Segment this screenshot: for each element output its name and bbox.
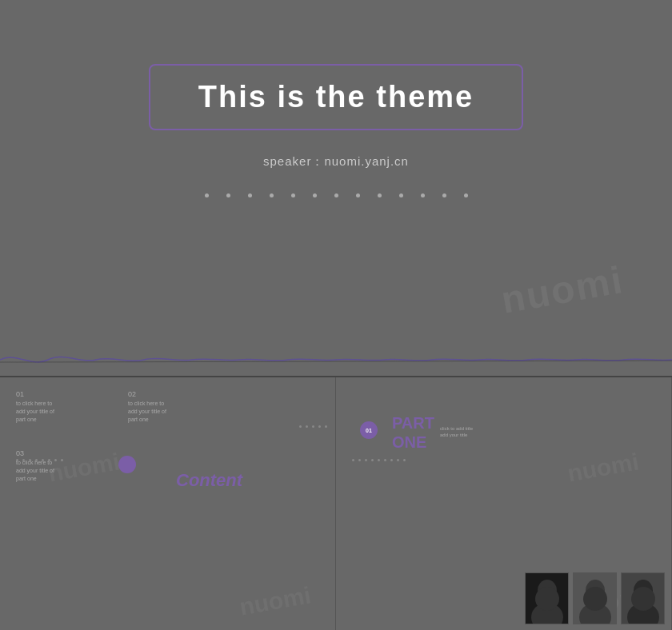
dot-2: [226, 193, 230, 197]
thumb1-dots-row2: [299, 425, 327, 428]
dot-9: [378, 193, 382, 197]
svg-point-7: [634, 580, 653, 602]
dot-3: [248, 193, 252, 197]
bottom-photos: [525, 572, 671, 630]
item2-number: 02: [128, 390, 136, 398]
thumbnails-row: 01 to click here toadd your title ofpart…: [0, 376, 672, 504]
svg-point-4: [586, 580, 605, 602]
dot-4: [270, 193, 274, 197]
item1-number: 01: [16, 390, 24, 398]
bottom-watermark-1: nuomi: [238, 581, 314, 620]
theme-title-box: This is the theme: [149, 64, 523, 130]
dot-5: [291, 193, 295, 197]
dots-row: [205, 193, 468, 197]
bottom-row: nuomi nuomi: [0, 504, 672, 630]
speaker-text: speaker：nuomi.yanj.cn: [263, 154, 409, 169]
thumb2-watermark: nuomi: [566, 448, 642, 487]
thumb-content-slide[interactable]: 01 to click here toadd your title ofpart…: [0, 377, 336, 505]
theme-title: This is the theme: [198, 80, 474, 114]
thumb-part-one-slide[interactable]: 01 PARTONE click to add titleadd your ti…: [336, 377, 672, 505]
photo-2: [573, 572, 617, 624]
thumb1-content: 01 to click here toadd your title ofpart…: [0, 377, 335, 505]
watermark-main: nuomi: [498, 257, 626, 322]
part-title: PARTONE: [392, 413, 434, 452]
item3-number: 03: [16, 449, 24, 457]
dot-12: [442, 193, 446, 197]
bottom-thumb-1[interactable]: nuomi: [0, 504, 336, 630]
item2-desc: to click here toadd your title ofpart on…: [128, 400, 166, 423]
bottom-thumb-2[interactable]: nuomi: [336, 504, 672, 630]
dot-7: [334, 193, 338, 197]
dot-10: [399, 193, 403, 197]
wave-line: [0, 348, 672, 372]
dot-8: [356, 193, 360, 197]
item1-desc: to click here toadd your title ofpart on…: [16, 400, 54, 423]
photo-3: [621, 572, 665, 624]
svg-point-1: [538, 580, 557, 602]
main-slide: This is the theme speaker：nuomi.yanj.cn …: [0, 0, 672, 376]
dot-13: [464, 193, 468, 197]
content-label: Content: [176, 470, 242, 491]
thumb2-dots-row: [352, 459, 406, 461]
part-circle: 01: [360, 421, 378, 439]
dot-11: [421, 193, 425, 197]
dot-1: [205, 193, 209, 197]
thumb1-watermark: nuomi: [46, 448, 122, 487]
photo-1: [525, 572, 569, 624]
dot-6: [313, 193, 317, 197]
part-desc: click to add titleadd your title: [440, 425, 473, 439]
